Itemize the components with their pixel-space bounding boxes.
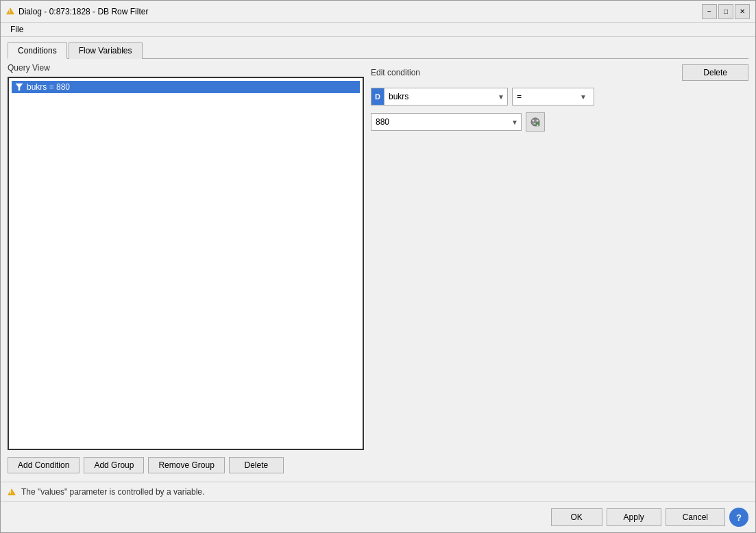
field-operator-row: D bukrs ▼ = ▼	[371, 88, 748, 106]
warning-icon	[8, 486, 16, 497]
tab-conditions[interactable]: Conditions	[8, 42, 67, 59]
variable-icon: ▶	[530, 116, 541, 127]
ok-button[interactable]: OK	[551, 508, 602, 526]
warning-message: The "values" parameter is controlled by …	[21, 487, 204, 497]
filter-icon	[14, 82, 24, 92]
main-panel: Query View bukrs = 880 Add Condi	[8, 63, 748, 476]
operator-selector[interactable]: = ▼	[512, 88, 594, 106]
value-input[interactable]	[371, 114, 509, 130]
warning-title-icon	[6, 7, 14, 16]
svg-point-2	[533, 120, 535, 122]
edit-condition-header: Edit condition Delete	[371, 64, 748, 81]
window-title: Dialog - 0:873:1828 - DB Row Filter	[19, 7, 148, 16]
menu-bar: File	[1, 23, 755, 37]
field-type-badge: D	[371, 88, 385, 105]
query-view-label: Query View	[8, 63, 364, 73]
tab-flow-variables[interactable]: Flow Variables	[69, 42, 143, 59]
tree-item-bukrs[interactable]: bukrs = 880	[12, 81, 360, 93]
delete-row-button[interactable]: Delete	[229, 457, 284, 473]
title-bar: Dialog - 0:873:1828 - DB Row Filter − □ …	[1, 1, 755, 23]
add-condition-button[interactable]: Add Condition	[8, 457, 80, 473]
remove-group-button[interactable]: Remove Group	[148, 457, 224, 473]
left-panel: Query View bukrs = 880 Add Condi	[8, 63, 364, 476]
field-selector[interactable]: D bukrs ▼	[371, 88, 508, 106]
bottom-bar: OK Apply Cancel ?	[1, 501, 755, 532]
tree-item-label: bukrs = 880	[27, 82, 70, 92]
maximize-button[interactable]: □	[718, 4, 733, 19]
value-input-wrapper[interactable]: ▼	[371, 113, 522, 131]
variable-button[interactable]: ▶	[526, 112, 545, 132]
bottom-button-row: Add Condition Add Group Remove Group Del…	[8, 454, 364, 476]
minimize-button[interactable]: −	[702, 4, 717, 19]
svg-marker-0	[16, 84, 23, 90]
help-button[interactable]: ?	[729, 508, 748, 527]
main-window: Dialog - 0:873:1828 - DB Row Filter − □ …	[0, 0, 756, 533]
operator-value: =	[517, 92, 574, 101]
title-bar-controls: − □ ✕	[702, 4, 750, 19]
title-bar-left: Dialog - 0:873:1828 - DB Row Filter	[6, 7, 148, 16]
add-group-button[interactable]: Add Group	[84, 457, 144, 473]
value-row: ▼ ▶	[371, 112, 748, 132]
svg-point-3	[537, 120, 539, 122]
apply-button[interactable]: Apply	[607, 508, 661, 526]
right-panel: Edit condition Delete D bukrs ▼ = ▼	[371, 63, 748, 476]
close-button[interactable]: ✕	[735, 4, 750, 19]
file-menu[interactable]: File	[6, 23, 27, 36]
delete-condition-button[interactable]: Delete	[682, 64, 748, 81]
operator-chevron-icon: ▼	[577, 93, 589, 101]
cancel-button[interactable]: Cancel	[666, 508, 725, 526]
tab-bar: Conditions Flow Variables	[8, 42, 748, 59]
edit-condition-label: Edit condition	[371, 68, 420, 77]
value-chevron-icon: ▼	[509, 119, 521, 126]
main-content: Conditions Flow Variables Query View	[1, 37, 755, 482]
conditions-tab-content: Query View bukrs = 880 Add Condi	[8, 63, 748, 476]
warning-bar: The "values" parameter is controlled by …	[1, 482, 755, 501]
query-tree[interactable]: bukrs = 880	[8, 77, 364, 450]
field-chevron-icon: ▼	[495, 93, 507, 101]
field-name: bukrs	[385, 92, 495, 101]
